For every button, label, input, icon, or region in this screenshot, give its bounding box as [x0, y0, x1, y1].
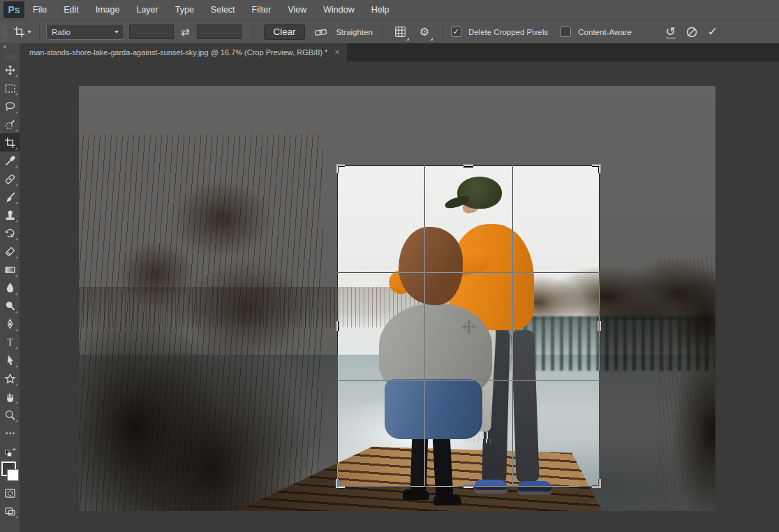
- foreground-background-colors[interactable]: [0, 460, 20, 484]
- quick-selection-tool[interactable]: [0, 115, 20, 133]
- crop-handle-top[interactable]: [463, 164, 473, 168]
- chevron-down-icon: [430, 38, 433, 40]
- crop-tool[interactable]: [0, 133, 20, 152]
- document-canvas[interactable]: [20, 61, 779, 532]
- crop-tool-icon: [13, 26, 25, 38]
- commit-crop-button[interactable]: ✓: [708, 24, 718, 39]
- crop-handle-top-right[interactable]: [592, 164, 601, 173]
- crop-ratio-value: Ratio: [52, 28, 71, 36]
- eyedropper-tool[interactable]: [0, 152, 20, 170]
- delete-cropped-pixels-checkbox[interactable]: ✓: [451, 27, 461, 37]
- move-tool[interactable]: [0, 61, 20, 79]
- menu-bar: Ps File Edit Image Layer Type Select Fil…: [0, 0, 779, 20]
- crop-handle-right[interactable]: [598, 321, 601, 331]
- menu-file[interactable]: File: [24, 0, 55, 20]
- content-aware-checkbox[interactable]: ✓: [561, 27, 571, 37]
- crop-shield-right: [600, 165, 715, 487]
- tools-panel-grip: [4, 53, 15, 59]
- zoom-tool[interactable]: [0, 406, 20, 424]
- menu-image[interactable]: Image: [87, 0, 128, 20]
- crop-box[interactable]: [337, 165, 600, 487]
- path-selection-tool[interactable]: [0, 351, 20, 369]
- lasso-tool[interactable]: [0, 97, 20, 115]
- hand-tool[interactable]: [0, 387, 20, 406]
- crop-center-crosshair[interactable]: [464, 322, 474, 332]
- custom-shape-tool[interactable]: [0, 369, 20, 387]
- divider: [443, 24, 443, 40]
- delete-cropped-pixels-label: Delete Cropped Pixels: [468, 28, 548, 36]
- document-tab[interactable]: man-stands-shore-lake-garda-against-suns…: [20, 43, 347, 61]
- edit-toolbar-button[interactable]: [0, 424, 20, 442]
- divider: [39, 24, 40, 40]
- menu-layer[interactable]: Layer: [128, 0, 166, 20]
- crop-ratio-select[interactable]: Ratio: [46, 24, 124, 40]
- menu-view[interactable]: View: [279, 0, 315, 20]
- rule-of-thirds-line: [424, 165, 425, 487]
- background-color-chip[interactable]: [7, 469, 19, 481]
- crop-height-input[interactable]: [197, 24, 242, 39]
- crop-handle-top-left[interactable]: [336, 164, 345, 173]
- clear-button[interactable]: Clear: [264, 24, 306, 40]
- menu-window[interactable]: Window: [315, 0, 362, 20]
- crop-options-bar: Ratio ⇄ Clear Straighten ⚙ ✓ Delete Crop…: [0, 20, 779, 43]
- document-image[interactable]: [79, 86, 715, 511]
- rectangular-marquee-tool[interactable]: [0, 79, 20, 97]
- blur-tool[interactable]: [0, 279, 20, 297]
- straighten-level-icon: [314, 27, 328, 38]
- crop-commit-group: ↺ ✓: [666, 24, 718, 39]
- divider: [382, 24, 383, 40]
- menu-type[interactable]: Type: [167, 0, 202, 20]
- straighten-button[interactable]: [312, 24, 330, 40]
- crop-shield-left: [79, 165, 337, 487]
- crop-handle-bottom[interactable]: [463, 485, 473, 488]
- pen-tool[interactable]: [0, 315, 20, 333]
- rule-of-thirds-line: [337, 272, 600, 273]
- type-tool[interactable]: T: [0, 333, 20, 351]
- screen-mode-button[interactable]: [0, 502, 20, 520]
- document-tab-title: man-stands-shore-lake-garda-against-suns…: [29, 48, 327, 57]
- chevron-down-icon: [406, 38, 409, 40]
- dodge-tool[interactable]: [0, 297, 20, 315]
- swap-colors-button[interactable]: [0, 442, 20, 460]
- crop-handle-left[interactable]: [336, 321, 339, 331]
- clone-stamp-tool[interactable]: [0, 206, 20, 224]
- history-brush-tool[interactable]: [0, 224, 20, 242]
- crop-width-input[interactable]: [129, 24, 174, 39]
- chevron-down-icon: [27, 31, 31, 34]
- document-tab-bar: man-stands-shore-lake-garda-against-suns…: [20, 43, 779, 61]
- options-bar-grip: [1, 23, 8, 41]
- content-aware-label: Content-Aware: [578, 28, 632, 36]
- spot-healing-brush-tool[interactable]: [0, 170, 20, 188]
- gradient-tool[interactable]: [0, 260, 20, 279]
- menu-help[interactable]: Help: [363, 0, 398, 20]
- expand-tools-button[interactable]: »: [0, 43, 20, 52]
- rule-of-thirds-line: [512, 165, 513, 487]
- photoshop-logo-icon: Ps: [3, 1, 24, 18]
- reset-crop-button[interactable]: ↺: [666, 26, 676, 38]
- crop-settings-button[interactable]: ⚙: [415, 24, 433, 40]
- straighten-label: Straighten: [336, 28, 372, 36]
- svg-text:T: T: [7, 337, 13, 348]
- crop-shield-top: [79, 86, 715, 165]
- check-icon: ✓: [453, 28, 459, 36]
- eraser-tool[interactable]: [0, 242, 20, 260]
- crop-shield-bottom: [79, 487, 715, 511]
- divider: [253, 24, 253, 40]
- crop-handle-bottom-right[interactable]: [592, 479, 601, 488]
- crop-overlay-options-button[interactable]: [392, 24, 410, 40]
- photoshop-window: Ps File Edit Image Layer Type Select Fil…: [0, 0, 779, 532]
- swap-width-height-icon[interactable]: ⇄: [181, 26, 190, 38]
- brush-tool[interactable]: [0, 188, 20, 206]
- chevron-down-icon: [114, 31, 119, 34]
- crop-handle-bottom-left[interactable]: [336, 479, 345, 488]
- gear-icon: ⚙: [420, 25, 429, 38]
- close-icon[interactable]: ×: [334, 47, 340, 57]
- tools-panel: » T: [0, 43, 20, 532]
- quick-mask-mode-button[interactable]: [0, 484, 20, 502]
- menu-filter[interactable]: Filter: [244, 0, 280, 20]
- tool-preset-picker[interactable]: [12, 24, 33, 39]
- menu-select[interactable]: Select: [202, 0, 244, 20]
- cancel-crop-button[interactable]: [685, 26, 698, 38]
- menu-edit[interactable]: Edit: [55, 0, 87, 20]
- rule-of-thirds-line: [337, 380, 600, 380]
